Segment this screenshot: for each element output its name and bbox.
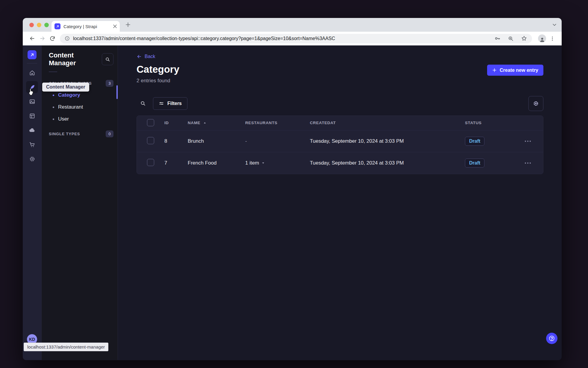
browser-toolbar: localhost:1337/admin/content-manager/col… xyxy=(23,32,562,45)
create-new-entry-label: Create new entry xyxy=(500,68,538,73)
table-header-row: ID NAME RESTAURANTS CREATEDAT STATUS xyxy=(137,116,543,130)
column-header-id[interactable]: ID xyxy=(164,121,188,125)
bullet-icon xyxy=(53,95,54,96)
content-manager-tooltip: Content Manager xyxy=(42,83,89,92)
filters-button[interactable]: Filters xyxy=(153,97,187,110)
cell-createdat: Tuesday, September 10, 2024 at 3:03 PM xyxy=(310,160,465,166)
sidebar-item-home[interactable] xyxy=(26,67,38,79)
reload-button[interactable] xyxy=(47,34,57,44)
page-title: Category xyxy=(137,64,179,75)
sort-asc-icon xyxy=(203,121,207,125)
tab-close-icon[interactable] xyxy=(113,25,117,28)
status-badge: Draft xyxy=(465,137,484,146)
gear-icon xyxy=(29,156,35,162)
sidebar-item-deploy[interactable] xyxy=(26,124,38,136)
new-tab-button[interactable] xyxy=(125,22,131,28)
password-key-icon[interactable] xyxy=(494,35,501,42)
count-badge: 0 xyxy=(106,130,113,137)
strapi-admin-page: KD Content Manager COLLECTION TYPES 3 Ca… xyxy=(23,45,562,360)
sidebar-item-content-type-builder[interactable] xyxy=(26,110,38,122)
tab-search-chevron-icon[interactable] xyxy=(552,22,557,27)
cell-id: 7 xyxy=(164,160,188,166)
cart-icon xyxy=(29,142,35,148)
row-actions-button[interactable] xyxy=(523,161,533,165)
section-label: SINGLE TYPES xyxy=(49,132,80,136)
table-row[interactable]: 7 French Food 1 item Tuesday, September … xyxy=(137,152,543,174)
layout-icon xyxy=(29,113,35,119)
window-controls xyxy=(29,23,49,27)
strapi-logo[interactable] xyxy=(28,50,37,59)
url-bar[interactable]: localhost:1337/admin/content-manager/col… xyxy=(60,34,532,43)
ellipsis-icon xyxy=(525,141,526,142)
status-bar-link-preview: localhost:1337/admin/content-manager xyxy=(24,343,108,351)
subnav-search-button[interactable] xyxy=(102,53,113,65)
url-text[interactable]: localhost:1337/admin/content-manager/col… xyxy=(73,36,491,41)
close-window-button[interactable] xyxy=(29,23,34,27)
create-new-entry-button[interactable]: Create new entry xyxy=(487,65,543,76)
fullscreen-window-button[interactable] xyxy=(44,23,49,27)
rail-divider xyxy=(27,63,37,63)
minimize-window-button[interactable] xyxy=(37,23,41,27)
subnav-divider xyxy=(49,72,57,72)
table-row[interactable]: 8 Brunch - Tuesday, September 10, 2024 a… xyxy=(137,130,543,152)
browser-tab[interactable]: Category | Strapi xyxy=(51,21,120,32)
entries-count: 2 entries found xyxy=(137,78,179,84)
back-link[interactable]: Back xyxy=(137,54,155,59)
home-icon xyxy=(29,70,35,76)
search-entries-button[interactable] xyxy=(137,97,149,110)
zoom-page-icon[interactable] xyxy=(508,36,514,42)
cloud-icon xyxy=(29,127,35,133)
ellipsis-icon xyxy=(525,162,526,164)
browser-window: Category | Strapi localhost:1337/admin/c… xyxy=(23,18,562,360)
column-header-name[interactable]: NAME xyxy=(188,121,245,125)
gear-icon xyxy=(533,101,539,107)
subnav-item-restaurant[interactable]: Restaurant xyxy=(42,101,118,113)
column-header-status[interactable]: STATUS xyxy=(465,121,523,125)
tab-strip: Category | Strapi xyxy=(23,18,562,32)
cell-id: 8 xyxy=(164,138,188,144)
back-button[interactable] xyxy=(27,34,37,44)
browser-menu-icon[interactable] xyxy=(547,34,557,44)
column-header-createdat[interactable]: CREATEDAT xyxy=(310,121,465,125)
cell-createdat: Tuesday, September 10, 2024 at 3:03 PM xyxy=(310,138,465,144)
question-icon: ? xyxy=(550,336,553,341)
cell-name: French Food xyxy=(188,160,245,166)
arrow-left-icon xyxy=(137,54,142,59)
status-badge: Draft xyxy=(465,159,484,168)
cell-restaurants: - xyxy=(245,138,310,144)
bullet-icon xyxy=(53,118,54,120)
column-header-restaurants[interactable]: RESTAURANTS xyxy=(245,121,310,125)
pointer-hand-cursor xyxy=(27,88,34,97)
bookmark-star-icon[interactable] xyxy=(521,35,527,42)
site-info-icon[interactable] xyxy=(65,36,70,41)
content-manager-subnav: Content Manager COLLECTION TYPES 3 Categ… xyxy=(42,45,118,360)
cell-restaurants[interactable]: 1 item xyxy=(245,160,310,166)
row-checkbox[interactable] xyxy=(147,159,154,166)
select-all-checkbox[interactable] xyxy=(147,119,154,126)
filters-label: Filters xyxy=(167,101,182,106)
entries-table: ID NAME RESTAURANTS CREATEDAT STATUS 8 B… xyxy=(137,115,543,174)
subnav-item-label: Category xyxy=(58,92,80,98)
media-library-icon xyxy=(29,98,35,105)
table-settings-button[interactable] xyxy=(528,96,543,111)
search-icon xyxy=(105,57,110,62)
active-item-indicator xyxy=(116,85,118,99)
filter-icon xyxy=(159,101,164,106)
forward-button[interactable] xyxy=(37,34,47,44)
subnav-item-label: User xyxy=(58,116,69,122)
chevron-down-icon xyxy=(261,161,265,165)
bullet-icon xyxy=(53,107,54,108)
sidebar-item-settings[interactable] xyxy=(26,153,38,165)
row-actions-button[interactable] xyxy=(523,139,533,144)
sidebar-item-marketplace[interactable] xyxy=(26,139,38,150)
tab-title: Category | Strapi xyxy=(63,24,113,29)
single-types-section-header: SINGLE TYPES 0 xyxy=(42,130,118,137)
strapi-favicon-icon xyxy=(54,23,60,29)
subnav-item-user[interactable]: User xyxy=(42,113,118,125)
browser-profile-avatar[interactable] xyxy=(538,34,546,42)
sidebar-item-media-library[interactable] xyxy=(26,95,38,107)
row-checkbox[interactable] xyxy=(147,137,154,144)
search-icon xyxy=(140,101,146,106)
help-button[interactable]: ? xyxy=(546,333,557,344)
main-content: Back Category 2 entries found Create new… xyxy=(118,45,562,360)
